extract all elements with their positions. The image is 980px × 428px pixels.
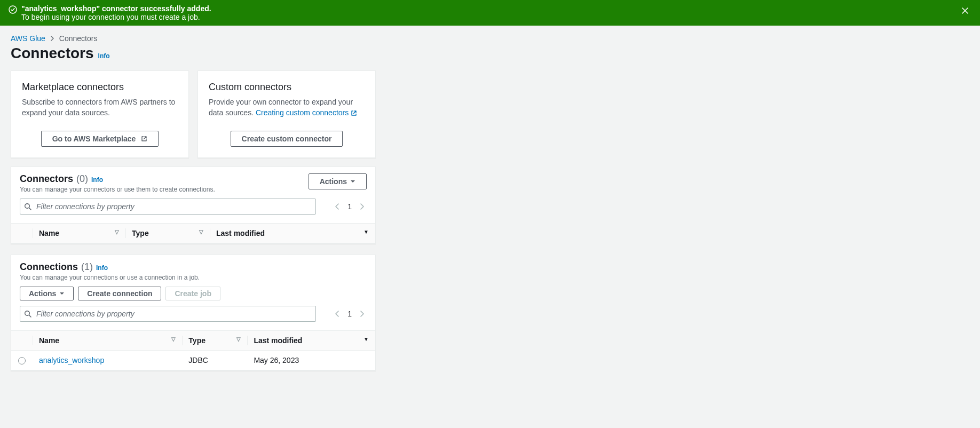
- alert-close-button[interactable]: [959, 4, 971, 17]
- select-all-header: [11, 331, 33, 351]
- sort-icon: ▽: [115, 229, 119, 235]
- connectors-actions-button[interactable]: Actions: [309, 173, 367, 189]
- connectors-desc: You can manage your connectors or use th…: [20, 186, 215, 193]
- custom-card-title: Custom connectors: [209, 82, 365, 93]
- caret-down-icon: [350, 179, 355, 184]
- breadcrumb-root[interactable]: AWS Glue: [11, 34, 45, 43]
- marketplace-card: Marketplace connectors Subscribe to conn…: [11, 70, 189, 158]
- connections-filter: [20, 306, 316, 322]
- caret-down-icon: [59, 291, 65, 296]
- marketplace-card-desc: Subscribe to connectors from AWS partner…: [22, 97, 178, 118]
- connectors-title: Connectors: [20, 173, 73, 185]
- external-link-icon: [141, 136, 147, 142]
- prev-page-button[interactable]: [335, 203, 340, 210]
- connections-filter-input[interactable]: [20, 306, 316, 322]
- connectors-count: (0): [76, 173, 88, 185]
- sort-icon: ▽: [199, 229, 203, 235]
- alert-description: To begin using your connection you must …: [21, 13, 211, 21]
- select-all-header: [11, 224, 33, 243]
- sort-icon: ▼: [363, 229, 369, 235]
- custom-card-desc: Provide your own connector to expand you…: [209, 97, 365, 118]
- connectors-page-number: 1: [347, 202, 352, 211]
- sort-icon: ▼: [363, 336, 369, 342]
- connectors-header-name[interactable]: Name▽: [33, 224, 125, 243]
- connectors-pager: 1: [335, 202, 367, 211]
- chevron-right-icon: [50, 36, 55, 41]
- page-title: Connectors: [11, 45, 94, 62]
- connectors-actions-label: Actions: [320, 177, 347, 186]
- connections-title: Connections: [20, 261, 78, 273]
- custom-card: Custom connectors Provide your own conne…: [197, 70, 376, 158]
- connections-info-link[interactable]: Info: [96, 264, 108, 272]
- creating-custom-connectors-label: Creating custom connectors: [256, 108, 349, 117]
- connections-page-number: 1: [347, 310, 352, 318]
- creating-custom-connectors-link[interactable]: Creating custom connectors: [256, 108, 357, 117]
- row-select-radio[interactable]: [18, 357, 26, 364]
- connections-header-last-modified[interactable]: Last modified▼: [247, 331, 375, 351]
- create-job-button[interactable]: Create job: [165, 287, 220, 300]
- success-alert: "analytics_workshop" connector successfu…: [0, 0, 980, 26]
- page-info-link[interactable]: Info: [98, 52, 110, 60]
- alert-title: "analytics_workshop" connector successfu…: [21, 4, 211, 13]
- connections-pager: 1: [335, 310, 367, 318]
- connections-table: Name▽ Type▽ Last modified▼ analytics_wor…: [11, 330, 375, 370]
- connections-header-type[interactable]: Type▽: [182, 331, 247, 351]
- connectors-header-type[interactable]: Type▽: [125, 224, 210, 243]
- next-page-button[interactable]: [359, 203, 365, 210]
- go-to-marketplace-label: Go to AWS Marketplace: [52, 134, 136, 143]
- connectors-table: Name▽ Type▽ Last modified▼: [11, 223, 375, 243]
- breadcrumb: AWS Glue Connectors: [11, 34, 969, 43]
- breadcrumb-current: Connectors: [59, 34, 98, 43]
- connectors-info-link[interactable]: Info: [91, 176, 103, 184]
- search-icon: [24, 310, 31, 318]
- external-link-icon: [351, 110, 357, 116]
- connections-desc: You can manage your connections or use a…: [20, 274, 200, 281]
- connectors-header-last-modified[interactable]: Last modified▼: [210, 224, 375, 243]
- connectors-filter: [20, 199, 316, 215]
- create-custom-connector-button[interactable]: Create custom connector: [231, 131, 343, 147]
- connectors-filter-input[interactable]: [20, 199, 316, 215]
- prev-page-button[interactable]: [335, 311, 340, 317]
- marketplace-card-title: Marketplace connectors: [22, 82, 178, 93]
- connections-count: (1): [81, 261, 93, 273]
- connectors-panel: Connectors (0) Info You can manage your …: [11, 167, 376, 244]
- connection-type: JDBC: [182, 351, 247, 370]
- connections-actions-label: Actions: [29, 289, 56, 298]
- search-icon: [24, 203, 31, 210]
- connections-header-name[interactable]: Name▽: [33, 331, 182, 351]
- connection-last-modified: May 26, 2023: [247, 351, 375, 370]
- connections-actions-button[interactable]: Actions: [20, 287, 74, 300]
- create-connection-button[interactable]: Create connection: [78, 287, 161, 300]
- success-check-icon: [9, 5, 17, 14]
- sort-icon: ▽: [171, 336, 176, 342]
- table-row: analytics_workshop JDBC May 26, 2023: [11, 351, 375, 370]
- next-page-button[interactable]: [359, 311, 365, 317]
- sort-icon: ▽: [236, 336, 241, 342]
- connection-name-link[interactable]: analytics_workshop: [39, 356, 104, 364]
- go-to-marketplace-button[interactable]: Go to AWS Marketplace: [41, 131, 159, 147]
- connections-panel: Connections (1) Info You can manage your…: [11, 255, 376, 371]
